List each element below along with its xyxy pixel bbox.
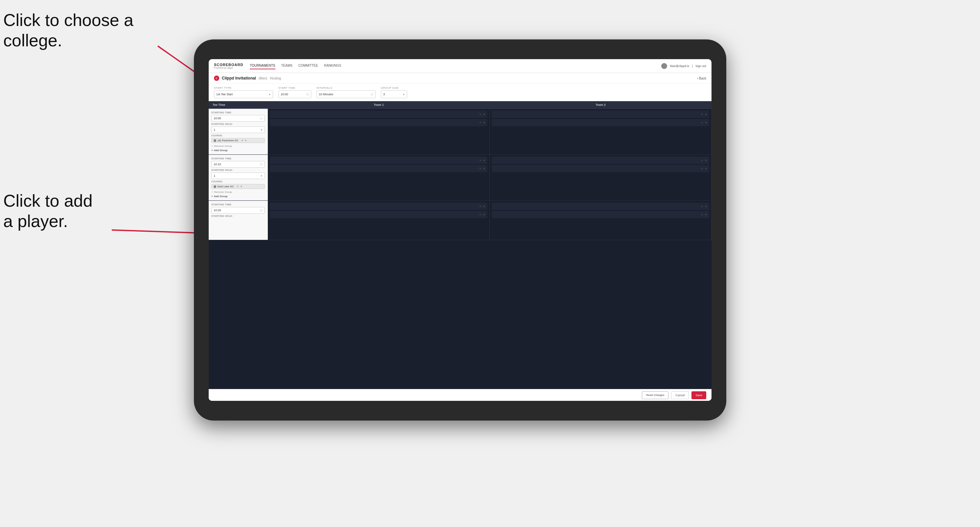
team1-cell-1: ✕ ▼ ✕ ▼ (268, 109, 490, 154)
course-tag-1[interactable]: (A) Peachtree GC ✕ ▼ (211, 138, 265, 143)
nav-rankings[interactable]: RANKINGS (324, 62, 341, 69)
nav-right: blair@clippd.io | Sign out (661, 63, 706, 69)
sign-out-link[interactable]: Sign out (695, 64, 706, 68)
player-slot[interactable]: ✕ ▼ (492, 111, 709, 118)
starting-time-label-2: STARTING TIME: (211, 157, 265, 160)
content-area: C Clippd Invitational (Men) Hosting ‹ Ba… (209, 73, 711, 401)
nav-tournaments[interactable]: TOURNAMENTS (250, 62, 275, 69)
starting-hole-input-2[interactable]: 1 ▼ (211, 173, 265, 179)
group-left-1: STARTING TIME: 10:00 ⓘ STARTING HOLE: 1 … (209, 109, 268, 154)
remove-group-2[interactable]: ○ Remove Group (211, 190, 265, 194)
tablet-frame: SCOREBOARD Powered by clippd TOURNAMENTS… (194, 40, 726, 421)
logo: SCOREBOARD Powered by clippd (214, 63, 243, 69)
starting-hole-label-3: STARTING HOLE: (211, 215, 265, 217)
start-time-select[interactable]: 10:00 ⓘ (278, 90, 311, 98)
player-slot[interactable]: ✕ ▼ (492, 203, 709, 210)
player-slot[interactable]: ✕ ▼ (270, 157, 487, 164)
reset-button[interactable]: Reset Changes (642, 391, 668, 399)
tee-table: Tee Time Team 1 Team 2 STARTING TIME: 10… (209, 101, 711, 389)
player-slot[interactable]: ✕ ▼ (492, 157, 709, 164)
player-slot[interactable]: ✕ ▼ (270, 165, 487, 172)
team1-cell-3: ✕ ▼ ✕ ▼ (268, 201, 490, 240)
annotation-add-player: Click to add a player. (3, 190, 93, 232)
starting-hole-input-1[interactable]: 1 ▼ (211, 127, 265, 133)
player-slot[interactable]: ✕ ▼ (270, 119, 487, 126)
table-header: Tee Time Team 1 Team 2 (209, 101, 711, 109)
nav-bar: SCOREBOARD Powered by clippd TOURNAMENTS… (209, 59, 711, 73)
table-row: STARTING TIME: 10:10 ⓘ STARTING HOLE: 1 … (209, 155, 711, 201)
start-time-label: Start Time (278, 86, 311, 89)
course-label-1: COURSE: (211, 134, 265, 137)
start-time-group: Start Time 10:00 ⓘ (278, 86, 311, 98)
group-left-2: STARTING TIME: 10:10 ⓘ STARTING HOLE: 1 … (209, 155, 268, 200)
start-type-label: Start Type (214, 86, 273, 89)
team1-cell-2: ✕ ▼ ✕ ▼ (268, 155, 490, 200)
player-slot[interactable]: ✕ ▼ (492, 119, 709, 126)
nav-items: TOURNAMENTS TEAMS COMMITTEE RANKINGS (250, 62, 661, 69)
avatar (661, 63, 667, 69)
intervals-group: Intervals 10 Minutes ⓘ (317, 86, 375, 98)
team2-cell-3: ✕ ▼ ✕ ▼ (490, 201, 711, 240)
cancel-button[interactable]: Cancel (671, 391, 689, 399)
footer-bar: Reset Changes Cancel Save (209, 389, 711, 401)
group-left-3: STARTING TIME: 10:20 ⓘ STARTING HOLE: (209, 201, 268, 240)
page-subtitle: (Men) (259, 76, 267, 80)
nav-committee[interactable]: COMMITTEE (298, 62, 318, 69)
group-size-label: Group Size (381, 86, 407, 89)
logo-sub: Powered by clippd (214, 67, 243, 69)
course-icon-2 (214, 185, 216, 188)
page-title-row: C Clippd Invitational (Men) Hosting (214, 76, 281, 81)
start-type-group: Start Type 1st Tee Start ▼ (214, 86, 273, 98)
course-tag-2[interactable]: East Lake GC ✕ ▼ (211, 184, 265, 189)
player-slot[interactable]: ✕ ▼ (270, 211, 487, 218)
course-label-2: COURSE: (211, 180, 265, 183)
form-row: Start Type 1st Tee Start ▼ Start Time 10… (209, 84, 711, 101)
th-tee-time: Tee Time (209, 101, 268, 108)
page-title: Clippd Invitational (222, 76, 256, 81)
page-header: C Clippd Invitational (Men) Hosting ‹ Ba… (209, 73, 711, 84)
page-hosting: Hosting (270, 76, 281, 80)
course-icon-1 (214, 139, 216, 142)
logo-text: SCOREBOARD (214, 63, 243, 67)
user-email: blair@clippd.io (670, 64, 689, 68)
annotation-choose-college: Click to choose a college. (3, 10, 134, 51)
team2-cell-2: ✕ ▼ ✕ ▼ (490, 155, 711, 200)
save-button[interactable]: Save (692, 391, 706, 399)
remove-group-1[interactable]: ○ Remove Group (211, 144, 265, 148)
separator: | (692, 64, 693, 68)
team2-cell-1: ✕ ▼ ✕ ▼ (490, 109, 711, 154)
tablet-screen: SCOREBOARD Powered by clippd TOURNAMENTS… (209, 59, 711, 401)
back-link[interactable]: ‹ Back (697, 76, 706, 80)
intervals-label: Intervals (317, 86, 375, 89)
intervals-select[interactable]: 10 Minutes ⓘ (317, 90, 375, 98)
starting-time-label-1: STARTING TIME: (211, 111, 265, 114)
table-row: STARTING TIME: 10:20 ⓘ STARTING HOLE: ✕ … (209, 201, 711, 240)
nav-teams[interactable]: TEAMS (281, 62, 293, 69)
starting-time-input-3[interactable]: 10:20 ⓘ (211, 207, 265, 214)
start-type-select[interactable]: 1st Tee Start ▼ (214, 90, 273, 98)
starting-time-label-3: STARTING TIME: (211, 203, 265, 206)
groups-container: STARTING TIME: 10:00 ⓘ STARTING HOLE: 1 … (209, 109, 711, 240)
starting-time-input-2[interactable]: 10:10 ⓘ (211, 161, 265, 168)
player-slot[interactable]: ✕ ▼ (270, 111, 487, 118)
page-logo: C (214, 76, 219, 81)
th-team1: Team 1 (268, 101, 490, 108)
add-group-1[interactable]: + Add Group (211, 149, 265, 152)
player-slot[interactable]: ✕ ▼ (270, 203, 487, 210)
add-group-2[interactable]: + Add Group (211, 195, 265, 198)
group-size-group: Group Size 3 ▼ (381, 86, 407, 98)
starting-time-input-1[interactable]: 10:00 ⓘ (211, 115, 265, 122)
player-slot[interactable]: ✕ ▼ (492, 211, 709, 218)
player-slot[interactable]: ✕ ▼ (492, 165, 709, 172)
th-team2: Team 2 (490, 101, 711, 108)
starting-hole-label-1: STARTING HOLE: (211, 123, 265, 125)
starting-hole-label-2: STARTING HOLE: (211, 169, 265, 171)
table-row: STARTING TIME: 10:00 ⓘ STARTING HOLE: 1 … (209, 109, 711, 155)
group-size-select[interactable]: 3 ▼ (381, 90, 407, 98)
